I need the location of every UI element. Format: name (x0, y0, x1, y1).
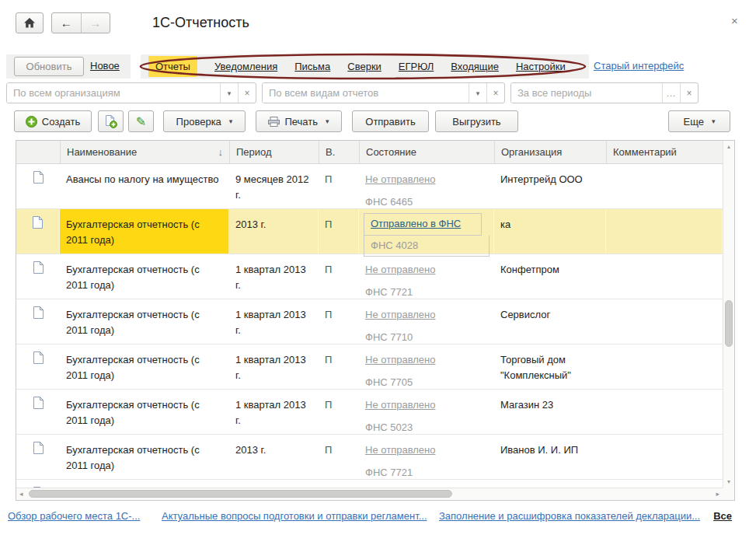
column-header-icon[interactable] (16, 141, 60, 163)
export-button-label: Выгрузить (452, 116, 500, 128)
table-row-selected[interactable]: Бухгалтерская отчетность (с 2011 года) 2… (16, 209, 723, 254)
report-comment (606, 435, 723, 479)
document-icon (33, 306, 44, 319)
column-header-state[interactable]: Состояние (359, 141, 494, 163)
chevron-down-icon: ▾ (229, 117, 233, 125)
status-link[interactable]: Не отправлено (365, 354, 435, 365)
print-button-label: Печать (284, 116, 318, 128)
document-icon (33, 171, 44, 184)
new-link[interactable]: Новое (90, 60, 120, 72)
tab-egrul[interactable]: ЕГРЮЛ (399, 61, 434, 72)
chevron-down-icon: ▾ (326, 117, 329, 125)
plus-icon (26, 116, 37, 128)
footer-link-all[interactable]: Все (713, 510, 732, 522)
scroll-right-icon[interactable]: ▸ (716, 490, 719, 498)
report-name: Бухгалтерская отчетность (с 2011 года) (60, 344, 229, 389)
column-header-comment[interactable]: Комментарий (606, 141, 723, 163)
footer-link-overview[interactable]: Обзор рабочего места 1С-... (8, 510, 140, 522)
dropdown-icon[interactable]: ▾ (469, 83, 486, 103)
close-icon[interactable]: × (731, 14, 738, 27)
report-comment (606, 164, 723, 208)
send-button[interactable]: Отправить (352, 110, 429, 132)
table-row[interactable]: Бухгалтерская отчетность (с 2011 года) 2… (16, 480, 723, 488)
ellipsis-icon[interactable]: ... (662, 83, 680, 103)
home-button[interactable] (16, 12, 44, 33)
refresh-button[interactable]: Обновить (14, 57, 84, 76)
table-row[interactable]: Бухгалтерская отчетность (с 2011 года) 1… (16, 390, 723, 435)
report-organization: Интертрейд ООО (494, 164, 606, 208)
table-row[interactable]: Бухгалтерская отчетность (с 2011 года) 1… (16, 299, 723, 344)
pencil-icon: ✎ (136, 114, 146, 129)
horizontal-scrollbar-thumb[interactable] (29, 490, 452, 498)
report-period: 2013 г. (229, 209, 319, 254)
column-header-org[interactable]: Организация (494, 141, 606, 163)
period-filter-input[interactable] (511, 83, 662, 103)
report-period: 1 квартал 2013 г. (229, 254, 319, 299)
reports-table: Наименование ↓ Период В. Состояние Орган… (16, 140, 735, 501)
tab-notifications[interactable]: Уведомления (214, 61, 277, 72)
fns-code: ФНС 7705 (365, 375, 488, 390)
status-link[interactable]: Не отправлено (365, 399, 435, 411)
create-button[interactable]: Создать (14, 110, 92, 132)
scroll-up-icon[interactable]: ▴ (723, 143, 734, 150)
old-interface-link[interactable]: Старый интерфейс (594, 60, 684, 72)
report-comment (606, 209, 723, 254)
column-header-name-label: Наименование (67, 146, 137, 158)
report-organization: ООО (494, 480, 606, 488)
create-button-label: Создать (42, 116, 80, 128)
page-title: 1С-Отчетность (152, 15, 249, 31)
table-row[interactable]: Бухгалтерская отчетность (с 2011 года) 1… (16, 254, 723, 299)
status-link[interactable]: Не отправлено (365, 173, 435, 185)
clear-icon[interactable]: × (486, 83, 504, 103)
tab-letters[interactable]: Письма (294, 61, 330, 72)
copy-button[interactable] (98, 110, 124, 132)
horizontal-scrollbar[interactable]: ◂ ▸ (16, 488, 723, 500)
status-link[interactable]: Не отправлено (365, 309, 435, 320)
report-organization: Иванов И. И. ИП (494, 435, 606, 479)
report-v: П (319, 209, 359, 254)
report-organization: Конфетпром (494, 254, 606, 299)
check-button-label: Проверка (176, 116, 221, 128)
clear-icon[interactable]: × (680, 83, 698, 103)
export-button[interactable]: Выгрузить (435, 110, 518, 132)
dropdown-icon[interactable]: ▾ (220, 83, 238, 103)
footer-link-declaration[interactable]: Заполнение и расшифровка показателей дек… (439, 510, 700, 522)
column-header-name[interactable]: Наименование ↓ (60, 141, 229, 163)
report-type-filter-input[interactable] (263, 83, 469, 103)
column-header-v-label: В. (326, 146, 335, 158)
status-link[interactable]: Не отправлено (365, 444, 435, 456)
column-header-v[interactable]: В. (319, 141, 359, 163)
print-button[interactable]: Печать ▾ (256, 110, 342, 132)
document-icon (33, 397, 44, 409)
tab-reports[interactable]: Отчеты (148, 56, 197, 77)
report-v: П (319, 254, 359, 299)
organization-filter-input[interactable] (7, 83, 220, 103)
check-button[interactable]: Проверка ▾ (163, 110, 246, 132)
table-row[interactable]: Авансы по налогу на имущество 9 месяцев … (16, 164, 723, 209)
table-row[interactable]: Бухгалтерская отчетность (с 2011 года) 2… (16, 435, 723, 480)
vertical-scrollbar[interactable]: ▴ ▾ (723, 141, 734, 488)
report-v: П (319, 480, 359, 488)
fns-code: ФНС 4028 (364, 236, 489, 257)
organization-filter: ▾ × (6, 82, 256, 103)
tab-incoming[interactable]: Входящие (451, 61, 499, 72)
forward-button[interactable]: → (82, 13, 110, 33)
more-button[interactable]: Еще ▾ (668, 110, 730, 132)
report-name: Бухгалтерская отчетность (с 2011 года) (60, 209, 229, 254)
back-button[interactable]: ← (52, 13, 82, 33)
report-name: Бухгалтерская отчетность (с 2011 года) (60, 480, 229, 488)
table-row[interactable]: Бухгалтерская отчетность (с 2011 года) 1… (16, 344, 723, 390)
scroll-down-icon[interactable]: ▾ (723, 478, 734, 485)
footer-link-questions[interactable]: Актуальные вопросы подготовки и отправки… (162, 510, 427, 522)
scroll-left-icon[interactable]: ◂ (19, 490, 23, 498)
vertical-scrollbar-thumb[interactable] (725, 300, 733, 347)
report-name: Бухгалтерская отчетность (с 2011 года) (60, 435, 229, 479)
status-link[interactable]: Отправлено в ФНС (364, 213, 482, 236)
send-button-label: Отправить (365, 116, 415, 128)
edit-button[interactable]: ✎ (128, 110, 154, 132)
column-header-period[interactable]: Период (229, 141, 319, 163)
tab-reconciliations[interactable]: Сверки (347, 61, 381, 72)
status-link[interactable]: Не отправлено (365, 264, 435, 275)
clear-icon[interactable]: × (238, 83, 256, 103)
tab-settings[interactable]: Настройки (516, 61, 566, 72)
